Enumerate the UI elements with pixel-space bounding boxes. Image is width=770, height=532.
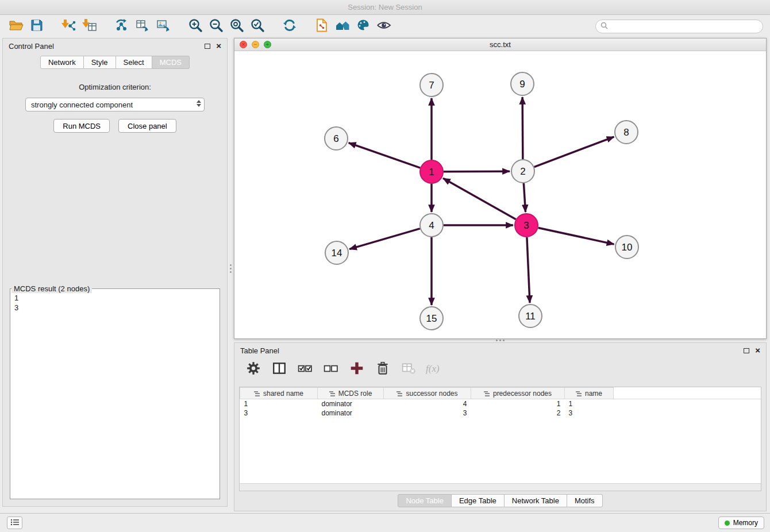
eye-icon (376, 18, 391, 34)
table-settings-button[interactable] (245, 360, 262, 377)
network-document-button[interactable] (311, 17, 332, 36)
cell-name[interactable]: 1 (565, 399, 614, 408)
delete-table-button[interactable] (400, 360, 417, 377)
close-table-panel-icon[interactable]: × (755, 346, 760, 354)
search-box[interactable] (595, 20, 763, 33)
export-table-button[interactable] (132, 17, 153, 36)
tab-network[interactable]: Network (40, 56, 84, 69)
select-all-columns-button[interactable] (297, 360, 314, 377)
table-body: 1dominator4113dominator323 (240, 399, 761, 418)
mcds-result-item[interactable]: 3 (10, 303, 220, 313)
close-panel-icon[interactable]: × (216, 42, 221, 50)
zoom-out-button[interactable] (206, 17, 226, 36)
column-header-predecessor-nodes[interactable]: predecessor nodes (471, 388, 565, 399)
home-button[interactable] (332, 17, 353, 36)
graph-edge-2-3[interactable] (523, 183, 525, 212)
tab-motifs[interactable]: Motifs (567, 494, 603, 507)
column-sort-icon (254, 391, 260, 396)
mcds-result-box: MCDS result (2 nodes) 13 (10, 284, 220, 499)
tab-edge-table[interactable]: Edge Table (452, 494, 505, 507)
graph-edge-1-2[interactable] (444, 171, 510, 172)
vertical-splitter-handle[interactable] (229, 264, 232, 277)
window-maximize-icon[interactable]: + (264, 41, 271, 48)
plus-icon (349, 361, 364, 377)
task-history-button[interactable] (7, 516, 22, 529)
cell-successor-nodes[interactable]: 4 (384, 399, 471, 408)
cell-predecessor-nodes[interactable]: 1 (471, 399, 565, 408)
graph-edge-2-8[interactable] (534, 137, 614, 167)
network-window-titlebar[interactable]: × − + scc.txt (234, 38, 766, 51)
search-input[interactable] (611, 22, 758, 31)
delete-column-button[interactable] (374, 360, 391, 377)
cell-shared-name[interactable]: 3 (240, 408, 318, 418)
mcds-result-item[interactable]: 1 (10, 293, 220, 303)
show-columns-button[interactable] (271, 360, 288, 377)
apply-layout-button[interactable] (279, 17, 300, 36)
tab-select[interactable]: Select (116, 56, 152, 69)
window-close-icon[interactable]: × (240, 41, 247, 48)
table-row[interactable]: 1dominator411 (240, 399, 761, 408)
zoom-fit-button[interactable] (226, 17, 247, 36)
zoom-selected-icon (250, 18, 265, 34)
export-image-button[interactable] (153, 17, 174, 36)
graph-node-label: 3 (523, 220, 529, 231)
network-view-window: × − + scc.txt 7968124314101511 (234, 38, 767, 339)
zoom-in-button[interactable] (185, 17, 206, 36)
tab-network-table[interactable]: Network Table (505, 494, 567, 507)
column-header-mcds-role[interactable]: MCDS role (318, 388, 384, 399)
float-panel-icon[interactable] (205, 44, 210, 49)
cell-mcds-role[interactable]: dominator (318, 399, 384, 408)
horizontal-scrollbar[interactable] (240, 483, 761, 491)
window-minimize-icon[interactable]: − (252, 41, 259, 48)
graph-edge-3-10[interactable] (538, 228, 614, 244)
import-network-icon (61, 18, 76, 34)
float-table-panel-icon[interactable] (744, 348, 749, 353)
graph-edge-3-1[interactable] (443, 178, 516, 219)
criterion-dropdown[interactable]: strongly connected component (25, 98, 205, 111)
graph-edge-3-11[interactable] (527, 237, 530, 303)
import-table-button[interactable] (79, 17, 100, 36)
graph-node-label: 8 (623, 127, 629, 138)
graph-node-label: 14 (332, 248, 342, 259)
gear-icon (246, 361, 261, 377)
column-sort-icon (576, 391, 582, 396)
graph-edge-2-9[interactable] (522, 97, 523, 159)
network-canvas[interactable]: 7968124314101511 (234, 51, 766, 338)
criterion-dropdown-value: strongly connected component (31, 101, 133, 109)
horizontal-splitter-handle[interactable] (493, 339, 507, 342)
memory-button[interactable]: Memory (718, 516, 764, 529)
new-network-button[interactable] (111, 17, 132, 36)
style-button[interactable] (353, 17, 374, 36)
control-panel: Control Panel × NetworkStyleSelectMCDS O… (2, 38, 228, 507)
show-hide-button[interactable] (374, 17, 394, 36)
export-image-icon (156, 18, 171, 34)
zoom-out-icon (209, 18, 224, 34)
unselect-all-columns-button[interactable] (322, 360, 340, 377)
cell-predecessor-nodes[interactable]: 2 (471, 408, 565, 418)
tab-mcds[interactable]: MCDS (152, 56, 190, 69)
table-header-row: shared nameMCDS rolesuccessor nodesprede… (240, 388, 761, 399)
column-header-name[interactable]: name (565, 388, 614, 399)
table-row[interactable]: 3dominator323 (240, 408, 761, 418)
graph-node-label: 2 (520, 166, 525, 177)
zoom-selected-button[interactable] (247, 17, 268, 36)
window-titlebar[interactable]: Session: New Session (0, 0, 770, 15)
tab-style[interactable]: Style (84, 56, 116, 69)
graph-edge-1-6[interactable] (349, 143, 420, 168)
save-session-button[interactable] (26, 17, 47, 36)
run-mcds-button[interactable]: Run MCDS (53, 119, 110, 133)
create-column-button[interactable] (348, 360, 365, 377)
cell-shared-name[interactable]: 1 (240, 399, 318, 408)
open-session-button[interactable] (6, 17, 26, 36)
cell-mcds-role[interactable]: dominator (318, 408, 384, 418)
cell-successor-nodes[interactable]: 3 (384, 408, 471, 418)
cell-name[interactable]: 3 (565, 408, 614, 418)
mcds-result-title: MCDS result (2 nodes) (11, 284, 92, 293)
import-network-button[interactable] (59, 17, 79, 36)
graph-edge-4-14[interactable] (349, 229, 420, 249)
table-panel-title: Table Panel (240, 346, 279, 355)
close-panel-button[interactable]: Close panel (118, 119, 176, 133)
tab-node-table[interactable]: Node Table (398, 494, 452, 507)
column-header-shared-name[interactable]: shared name (240, 388, 318, 399)
column-header-successor-nodes[interactable]: successor nodes (384, 388, 471, 399)
